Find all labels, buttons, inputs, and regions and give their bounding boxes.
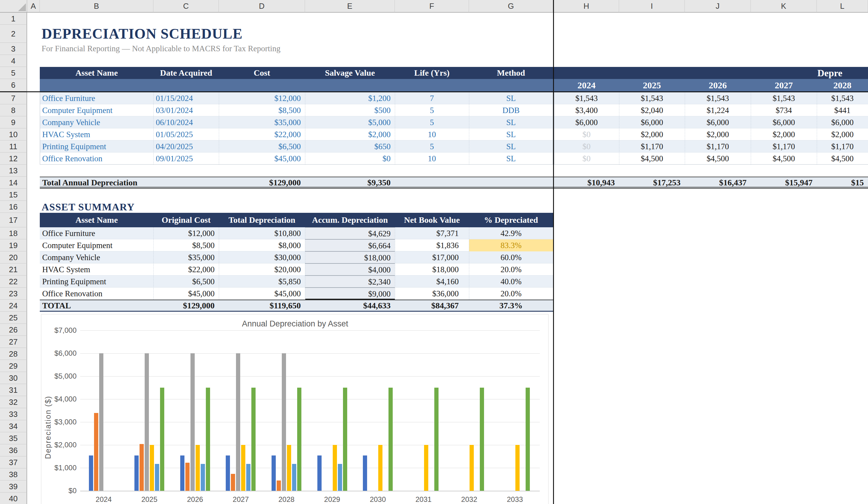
row-header-1[interactable]: 1 <box>0 13 27 25</box>
sched-salvage-r11[interactable]: $650 <box>305 141 395 153</box>
summary-nbv-r18[interactable]: $7,371 <box>395 227 469 239</box>
sched-method-r7[interactable]: SL <box>469 92 553 104</box>
bar-company-vehicle-2025[interactable] <box>145 353 149 491</box>
summary-totaldep-r22[interactable]: $5,850 <box>219 276 305 288</box>
summary-nbv-r23[interactable]: $36,000 <box>395 288 469 300</box>
summary-header-2[interactable]: Total Depreciation <box>219 213 305 227</box>
row-header-32[interactable]: 32 <box>0 396 27 408</box>
sched-salvage-r12[interactable]: $0 <box>305 153 395 165</box>
sched-cost-r12[interactable]: $45,000 <box>219 153 305 165</box>
total-year-2024[interactable]: $10,943 <box>554 177 619 189</box>
bar-hvac-system-2028[interactable] <box>287 445 291 491</box>
schedule-year-header-2024[interactable]: 2024 <box>554 79 619 91</box>
sched-year2027-r8[interactable]: $734 <box>751 104 817 116</box>
sched-year2026-r8[interactable]: $1,224 <box>685 104 751 116</box>
summary-header-5[interactable]: % Depreciated <box>469 213 553 227</box>
summary-header-0[interactable]: Asset Name <box>40 213 153 227</box>
sched-method-r11[interactable]: SL <box>469 141 553 153</box>
row-header-5[interactable]: 5 <box>0 67 27 79</box>
sched-date-r8[interactable]: 03/01/2024 <box>153 104 219 116</box>
summary-pct-r21[interactable]: 20.0% <box>469 264 553 276</box>
row-header-39[interactable]: 39 <box>0 481 27 493</box>
row-header-22[interactable]: 22 <box>0 276 27 288</box>
bar-printing-equipment-2029[interactable] <box>338 464 342 491</box>
bar-hvac-system-2032[interactable] <box>469 445 474 491</box>
row-header-25[interactable]: 25 <box>0 312 27 324</box>
bar-office-furniture-2030[interactable] <box>363 455 367 491</box>
bar-office-renovation-2032[interactable] <box>480 388 484 491</box>
summary-name-r19[interactable]: Computer Equipment <box>40 239 153 251</box>
sched-year2025-r8[interactable]: $2,040 <box>619 104 685 116</box>
sheet-title[interactable]: DEPRECIATION SCHEDULE <box>42 25 242 42</box>
sched-name-r8[interactable]: Computer Equipment <box>40 104 153 116</box>
sched-year2024-r7[interactable]: $1,543 <box>554 92 619 104</box>
bar-printing-equipment-2028[interactable] <box>292 464 296 491</box>
bar-computer-equipment-2026[interactable] <box>185 463 189 491</box>
schedule-header-salvage-value[interactable]: Salvage Value <box>305 67 395 79</box>
summary-origcost-r22[interactable]: $6,500 <box>153 276 219 288</box>
summary-pct-r19[interactable]: 83.3% <box>469 239 553 251</box>
summary-name-r21[interactable]: HVAC System <box>40 264 153 276</box>
total-year-2028[interactable]: $15 <box>817 177 868 189</box>
sched-method-r10[interactable]: SL <box>469 128 553 141</box>
schedule-header-method[interactable]: Method <box>469 67 553 79</box>
summary-total-origcost[interactable]: $129,000 <box>153 300 219 312</box>
row-header-15[interactable]: 15 <box>0 189 27 201</box>
bar-hvac-system-2029[interactable] <box>333 445 337 491</box>
sched-life-r10[interactable]: 10 <box>395 128 469 141</box>
bar-office-renovation-2026[interactable] <box>206 388 210 491</box>
row-header-30[interactable]: 30 <box>0 372 27 384</box>
bar-company-vehicle-2027[interactable] <box>236 353 240 491</box>
bar-hvac-system-2030[interactable] <box>378 445 382 491</box>
row-header-37[interactable]: 37 <box>0 456 27 469</box>
sched-year2024-r12[interactable]: $0 <box>554 153 619 165</box>
row-header-16[interactable]: 16 <box>0 201 27 213</box>
row-header-13[interactable]: 13 <box>0 165 27 177</box>
sched-year2025-r12[interactable]: $4,500 <box>619 153 685 165</box>
summary-header-1[interactable]: Original Cost <box>153 213 219 227</box>
row-header-19[interactable]: 19 <box>0 239 27 251</box>
sched-method-r8[interactable]: DDB <box>469 104 553 116</box>
bar-company-vehicle-2026[interactable] <box>190 353 195 491</box>
bar-computer-equipment-2024[interactable] <box>94 413 98 491</box>
sched-year2027-r7[interactable]: $1,543 <box>751 92 817 104</box>
bar-office-furniture-2027[interactable] <box>226 455 230 491</box>
schedule-year-header-2028[interactable]: 2028 <box>817 79 868 91</box>
bar-company-vehicle-2024[interactable] <box>99 353 103 491</box>
row-header-4[interactable]: 4 <box>0 55 27 67</box>
summary-total-pct[interactable]: 37.3% <box>469 300 553 312</box>
column-header-L[interactable]: L <box>817 0 868 13</box>
row-header-12[interactable]: 12 <box>0 153 27 165</box>
row-header-9[interactable]: 9 <box>0 116 27 128</box>
row-header-35[interactable]: 35 <box>0 432 27 444</box>
row-header-33[interactable]: 33 <box>0 408 27 420</box>
total-salvage[interactable]: $9,350 <box>305 177 395 189</box>
summary-total-totaldep[interactable]: $119,650 <box>219 300 305 312</box>
column-header-B[interactable]: B <box>40 0 153 13</box>
bar-office-renovation-2033[interactable] <box>526 388 530 491</box>
row-header-14[interactable]: 14 <box>0 177 27 189</box>
summary-nbv-r22[interactable]: $4,160 <box>395 276 469 288</box>
sched-year2024-r9[interactable]: $6,000 <box>554 116 619 128</box>
column-header-E[interactable]: E <box>305 0 395 13</box>
row-header-8[interactable]: 8 <box>0 104 27 116</box>
bar-company-vehicle-2028[interactable] <box>282 353 286 491</box>
sched-salvage-r7[interactable]: $1,200 <box>305 92 395 104</box>
summary-name-r20[interactable]: Company Vehicle <box>40 251 153 264</box>
summary-nbv-r19[interactable]: $1,836 <box>395 239 469 251</box>
summary-name-r23[interactable]: Office Renovation <box>40 288 153 300</box>
bar-printing-equipment-2025[interactable] <box>155 464 159 491</box>
sched-date-r10[interactable]: 01/05/2025 <box>153 128 219 141</box>
row-header-17[interactable]: 17 <box>0 213 27 227</box>
summary-accum-r22[interactable]: $2,340 <box>305 276 395 288</box>
sched-year2026-r11[interactable]: $1,170 <box>685 141 751 153</box>
schedule-header-asset-name[interactable]: Asset Name <box>40 67 153 79</box>
summary-total-nbv[interactable]: $84,367 <box>395 300 469 312</box>
sched-cost-r9[interactable]: $35,000 <box>219 116 305 128</box>
sched-year2024-r8[interactable]: $3,400 <box>554 104 619 116</box>
row-header-7[interactable]: 7 <box>0 92 27 104</box>
sched-year2028-r8[interactable]: $441 <box>817 104 868 116</box>
row-header-26[interactable]: 26 <box>0 324 27 336</box>
column-header-F[interactable]: F <box>395 0 469 13</box>
column-header-H[interactable]: H <box>554 0 619 13</box>
